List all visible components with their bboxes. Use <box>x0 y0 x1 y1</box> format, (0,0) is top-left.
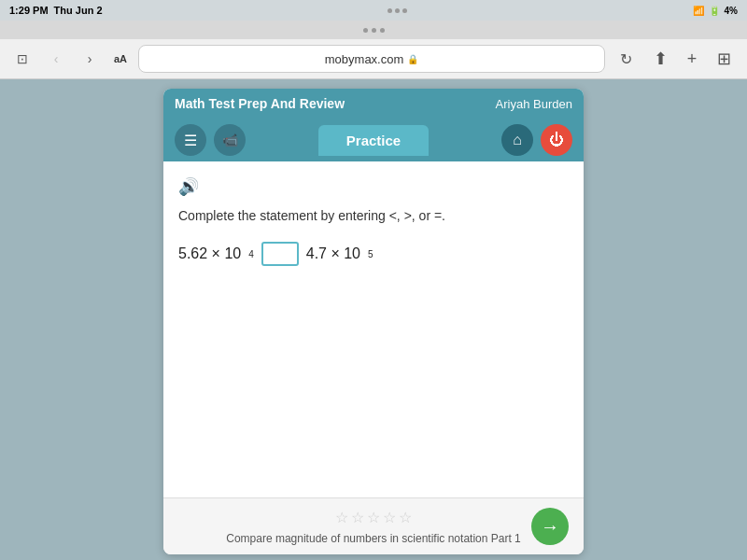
math-right-exp: 5 <box>368 249 374 259</box>
text-size-button[interactable]: aA <box>110 51 131 66</box>
status-left: 1:29 PM Thu Jun 2 <box>9 5 103 16</box>
comparison-input[interactable] <box>261 242 299 266</box>
footer-text: Compare magnitude of numbers in scientif… <box>226 532 521 545</box>
app-header: Math Test Prep And Review Ariyah Burden <box>163 89 584 119</box>
battery-level: 4% <box>725 6 738 16</box>
browser-toolbar: ⊡ ‹ › aA mobymax.com 🔒 ↻ ⬆ + ⊞ <box>0 39 747 78</box>
practice-tab[interactable]: Practice <box>318 125 429 156</box>
menu-button[interactable]: ☰ <box>175 124 206 156</box>
power-icon: ⏻ <box>549 132 564 148</box>
stars-area: ☆ ☆ ☆ ☆ ☆ Compare magnitude of numbers i… <box>216 509 531 545</box>
star-2: ☆ <box>351 509 364 526</box>
browser-actions: ⬆ + ⊞ <box>646 45 738 73</box>
browser-chrome: ⊡ ‹ › aA mobymax.com 🔒 ↻ ⬆ + ⊞ <box>0 21 747 79</box>
app-card: Math Test Prep And Review Ariyah Burden … <box>163 89 584 554</box>
next-button[interactable]: → <box>531 508 569 545</box>
tab-dot <box>402 8 407 13</box>
battery-icon: 🔋 <box>709 6 720 16</box>
star-4: ☆ <box>383 509 396 526</box>
power-button[interactable]: ⏻ <box>541 124 572 156</box>
app-title: Math Test Prep And Review <box>175 96 345 111</box>
content-area: Math Test Prep And Review Ariyah Burden … <box>0 79 747 560</box>
math-left-base: 5.62 × 10 <box>178 245 241 262</box>
wifi-icon: 📶 <box>693 6 704 16</box>
star-1: ☆ <box>335 509 348 526</box>
user-name: Ariyah Burden <box>496 97 572 111</box>
sidebar-toggle-button[interactable]: ⊡ <box>9 46 35 72</box>
time: 1:29 PM <box>9 5 49 16</box>
tabs-dots-row <box>363 28 385 33</box>
address-bar[interactable]: mobymax.com 🔒 <box>138 45 605 73</box>
status-bar: 1:29 PM Thu Jun 2 📶 🔋 4% <box>0 0 747 21</box>
tab-indicator <box>372 28 376 33</box>
status-center <box>388 8 407 13</box>
video-button[interactable]: 📹 <box>214 124 246 156</box>
browser-tabs <box>0 21 747 39</box>
practice-content: 🔊 Complete the statement by entering <, … <box>163 161 584 497</box>
home-icon: ⌂ <box>513 132 522 148</box>
share-button[interactable]: ⬆ <box>646 45 674 73</box>
tabs-button[interactable]: ⊞ <box>710 45 738 73</box>
math-right-base: 4.7 × 10 <box>306 245 360 262</box>
rating-stars: ☆ ☆ ☆ ☆ ☆ <box>335 509 412 526</box>
tab-dot <box>388 8 392 13</box>
instruction-text: Complete the statement by entering <, >,… <box>178 208 569 223</box>
speaker-icon[interactable]: 🔊 <box>178 176 569 197</box>
nav-left: ☰ 📹 <box>175 124 246 156</box>
tab-indicator <box>380 28 385 33</box>
next-arrow-icon: → <box>541 516 559 538</box>
nav-right: ⌂ ⏻ <box>501 124 572 156</box>
math-expression: 5.62 × 104 4.7 × 105 <box>178 242 569 266</box>
forward-button[interactable]: › <box>77 46 103 72</box>
date: Thu Jun 2 <box>54 5 103 16</box>
reload-button[interactable]: ↻ <box>613 46 639 72</box>
lock-icon: 🔒 <box>407 54 418 64</box>
math-left-exp: 4 <box>248 249 254 259</box>
tab-dot <box>395 8 400 13</box>
app-footer: ☆ ☆ ☆ ☆ ☆ Compare magnitude of numbers i… <box>163 497 584 554</box>
status-right: 📶 🔋 4% <box>693 6 738 16</box>
menu-icon: ☰ <box>184 132 197 149</box>
star-5: ☆ <box>399 509 412 526</box>
video-icon: 📹 <box>222 133 238 147</box>
tab-indicator <box>363 28 368 33</box>
url-text: mobymax.com <box>325 52 404 66</box>
new-tab-button[interactable]: + <box>678 45 706 73</box>
star-3: ☆ <box>367 509 380 526</box>
back-button[interactable]: ‹ <box>43 46 69 72</box>
home-button[interactable]: ⌂ <box>501 124 533 156</box>
nav-bar: ☰ 📹 Practice ⌂ ⏻ <box>163 119 584 161</box>
